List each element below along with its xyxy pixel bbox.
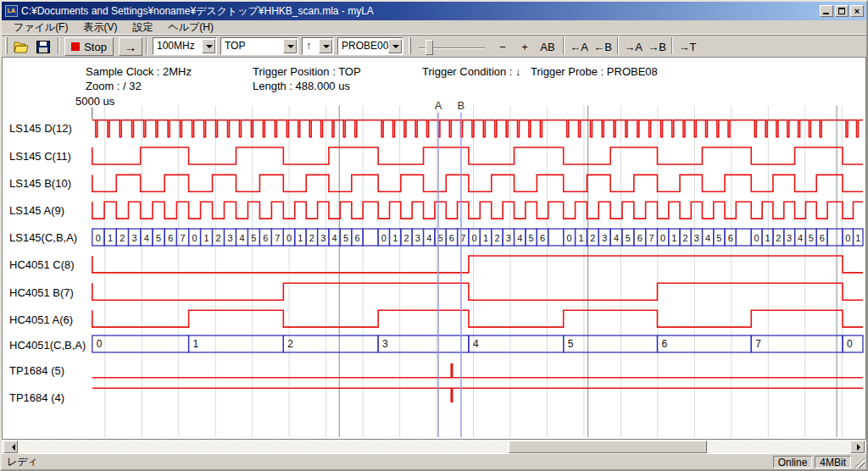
window-title: C:¥Documents and Settings¥noname¥デスクトップ¥… [21,4,820,19]
trigger-position-value: TOP [225,40,245,52]
toolbar: Stop → 100MHz TOP ↑ PROBE00 − + AB ←A [2,35,866,58]
svg-text:4: 4 [614,233,619,243]
svg-text:0: 0 [96,233,101,243]
svg-text:5: 5 [251,233,256,243]
waveform-row-tp4 [92,388,863,402]
svg-text:3: 3 [132,233,137,243]
waveform-plot[interactable]: 0123456701234567012345601234567012345601… [3,58,865,439]
svg-text:4: 4 [473,338,479,350]
window-controls: × [820,5,864,17]
close-button[interactable]: × [850,5,864,17]
title-bar[interactable]: LA C:¥Documents and Settings¥noname¥デスクト… [2,2,866,20]
svg-text:7: 7 [275,233,280,243]
svg-text:6: 6 [263,233,268,243]
toolbar-separator [671,37,673,54]
open-file-button[interactable] [12,37,31,56]
dropdown-arrow-icon[interactable] [283,39,297,53]
run-button[interactable]: → [119,37,142,56]
svg-text:0: 0 [381,233,387,243]
tp-pulse-tp4 [450,388,453,402]
tp-pulse-tp5 [450,363,453,378]
maximize-icon [838,8,845,14]
toolbar-gripper [409,37,411,54]
svg-text:5: 5 [809,233,814,243]
left-arrow-icon [8,444,15,451]
zoom-slider-thumb[interactable] [426,40,433,55]
toolbar-gripper [5,37,8,54]
resize-grip[interactable] [854,457,865,468]
menu-settings[interactable]: 設定 [125,19,159,36]
menu-file[interactable]: ファイル(F) [7,19,75,36]
dropdown-arrow-icon[interactable] [388,39,402,53]
svg-text:1: 1 [855,233,860,243]
svg-text:6: 6 [820,233,825,243]
scrollbar-thumb[interactable] [509,441,707,453]
svg-text:0: 0 [567,233,572,243]
timing-grid [92,106,842,437]
sample-clock-select[interactable]: 100MHz [153,37,217,55]
svg-text:3: 3 [787,233,792,243]
scroll-left-button[interactable] [3,441,18,453]
svg-text:2: 2 [287,338,293,350]
save-file-button[interactable] [34,37,53,56]
memory-status-badge: 4MBit [815,456,851,468]
svg-text:5: 5 [626,233,631,243]
dropdown-arrow-icon[interactable] [319,39,332,53]
waveform-row-hc-a [92,310,863,327]
svg-text:1: 1 [392,233,398,243]
svg-text:3: 3 [320,233,326,243]
toolbar-separator [58,37,59,54]
stop-button[interactable]: Stop [64,37,114,56]
online-status-badge: Online [773,456,813,468]
svg-text:6: 6 [661,338,667,350]
zoom-ab-button[interactable]: AB [536,37,559,56]
svg-text:4: 4 [426,233,431,243]
svg-text:6: 6 [168,233,173,243]
open-folder-icon [14,41,30,53]
trigger-position-select[interactable]: TOP [220,37,298,55]
cursor-b[interactable]: B [458,99,465,437]
svg-text:4: 4 [705,233,710,243]
svg-text:0: 0 [847,338,853,350]
cursor-a[interactable]: A [435,99,442,437]
svg-text:7: 7 [180,233,185,243]
zoom-in-button[interactable]: + [515,37,534,56]
minimize-icon [823,13,829,14]
horizontal-scrollbar[interactable] [2,439,866,453]
zoom-out-button[interactable]: − [493,37,512,56]
floppy-disk-icon [36,41,50,53]
minimize-button[interactable] [820,5,833,17]
svg-text:4: 4 [517,233,522,243]
app-window: LA C:¥Documents and Settings¥noname¥デスクト… [0,0,868,471]
svg-text:4: 4 [798,233,803,243]
dropdown-arrow-icon[interactable] [202,39,215,53]
svg-text:5: 5 [568,338,574,350]
svg-text:0: 0 [754,233,760,243]
waveform-row-ls-d [92,120,863,137]
goto-trigger-button[interactable]: →T [676,37,698,56]
cursor-b-label: B [458,99,465,112]
svg-text:4: 4 [332,233,337,243]
waveform-pane[interactable]: Sample Clock : 2MHz Zoom : / 32 Trigger … [2,58,866,439]
svg-text:5: 5 [529,233,534,243]
svg-text:2: 2 [309,233,314,243]
svg-text:3: 3 [506,233,511,243]
toolbar-separator [146,37,147,54]
scroll-right-button[interactable] [850,441,865,453]
menu-view[interactable]: 表示(V) [76,19,124,36]
goto-cursor-a-left-button[interactable]: ←A [568,37,590,56]
maximize-button[interactable] [835,5,849,17]
svg-text:2: 2 [403,233,409,243]
svg-text:7: 7 [755,338,761,350]
svg-text:2: 2 [215,233,220,243]
menu-help[interactable]: ヘルプ(H) [161,19,220,36]
right-arrow-icon [857,444,864,451]
stop-label: Stop [84,41,107,53]
svg-text:0: 0 [192,233,198,243]
trigger-edge-select[interactable]: ↑ [302,37,334,55]
svg-text:2: 2 [683,233,688,243]
goto-cursor-b-left-button[interactable]: ←B [592,37,614,56]
goto-cursor-b-right-button[interactable]: →B [646,37,668,56]
goto-cursor-a-right-button[interactable]: →A [622,37,644,56]
trigger-probe-select[interactable]: PROBE00 [337,37,403,55]
